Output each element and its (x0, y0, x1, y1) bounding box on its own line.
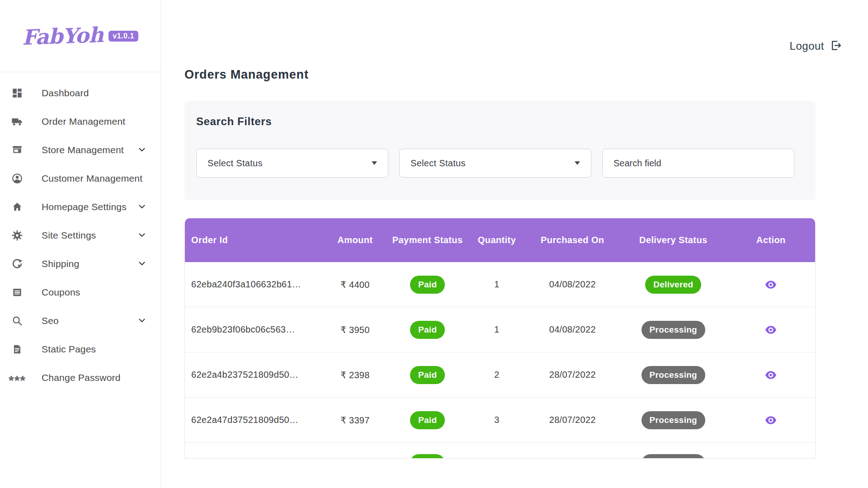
sidebar-item-site-settings[interactable]: Site Settings (0, 221, 160, 249)
refresh-icon (11, 258, 24, 270)
brand-header: FabYoh v1.0.1 (0, 0, 160, 72)
gear-icon (11, 229, 24, 242)
delivery-status-badge: Processing (642, 366, 705, 384)
home-icon (11, 201, 24, 213)
sidebar-item-label: Customer Management (42, 173, 142, 184)
app-window: FabYoh v1.0.1 Dashboard Order Management (0, 0, 868, 488)
logout-button[interactable]: Logout (790, 39, 842, 53)
chevron-down-icon (139, 205, 145, 209)
store-icon (11, 144, 24, 156)
sidebar-item-coupons[interactable]: Coupons (0, 278, 160, 306)
sidebar-item-change-password[interactable]: *** Change Password (0, 363, 160, 392)
chevron-down-icon (139, 233, 145, 237)
sidebar-item-static-pages[interactable]: Static Pages (0, 335, 160, 363)
sidebar-item-dashboard[interactable]: Dashboard (0, 79, 160, 107)
sidebar-item-homepage-settings[interactable]: Homepage Settings (0, 192, 160, 221)
purchased-on-cell: 28/07/2022 (525, 415, 620, 425)
sidebar-item-label: Dashboard (42, 88, 89, 99)
table-row-partial: PaidProcessing (185, 443, 815, 459)
payment-status-cell: Paid (387, 454, 468, 459)
topbar: Logout (161, 37, 842, 55)
quantity-cell: 1 (468, 324, 525, 335)
payment-status-cell: Paid (387, 366, 468, 384)
table-row: 62eba240f3a106632b61…₹ 4400Paid104/08/20… (185, 262, 815, 307)
amount-cell: ₹ 4400 (324, 279, 387, 290)
column-header-amount: Amount (324, 235, 387, 245)
table-header-row: Order Id Amount Payment Status Quantity … (185, 218, 815, 262)
sidebar-item-label: Static Pages (42, 344, 96, 355)
payment-status-cell: Paid (387, 321, 468, 339)
delivery-status-cell: Delivered (620, 276, 727, 294)
sidebar-item-customer-management[interactable]: Customer Management (0, 164, 160, 192)
main-content: Logout Orders Management Search Filters … (161, 0, 868, 488)
view-order-button[interactable] (764, 369, 778, 381)
delivery-status-badge: Delivered (645, 276, 701, 294)
delivery-status-cell: Processing (620, 366, 727, 384)
search-filters-card: Search Filters Select Status Select Stat… (184, 101, 816, 200)
delivery-status-cell: Processing (620, 411, 727, 429)
caret-down-icon (372, 161, 377, 165)
view-order-button[interactable] (764, 324, 778, 336)
action-cell (727, 414, 815, 427)
status-select-1[interactable]: Select Status (196, 149, 388, 178)
search-field-input[interactable] (602, 149, 794, 178)
orders-table: Order Id Amount Payment Status Quantity … (184, 218, 816, 459)
coupon-icon (11, 286, 24, 299)
table-body: 62eba240f3a106632b61…₹ 4400Paid104/08/20… (185, 262, 815, 459)
quantity-cell: 2 (468, 370, 525, 380)
table-row: 62eb9b23f06bc06c563…₹ 3950Paid104/08/202… (185, 307, 815, 352)
sidebar-item-shipping[interactable]: Shipping (0, 249, 160, 278)
order-id-cell: 62eba240f3a106632b61… (185, 279, 324, 290)
sidebar-item-label: Store Management (42, 145, 124, 155)
status-select-2-value: Select Status (410, 158, 466, 169)
purchased-on-cell: 28/07/2022 (525, 370, 620, 380)
logout-label: Logout (790, 40, 824, 52)
payment-status-badge: Paid (410, 321, 445, 339)
column-header-quantity: Quantity (468, 235, 525, 245)
column-header-delivery-status: Delivery Status (620, 235, 727, 245)
action-cell (727, 324, 815, 336)
table-row: 62e2a4b237521809d50…₹ 2398Paid228/07/202… (185, 352, 815, 398)
sidebar-item-seo[interactable]: Seo (0, 306, 160, 335)
amount-cell: ₹ 3950 (324, 324, 387, 335)
payment-status-cell: Paid (387, 411, 468, 429)
column-header-action: Action (727, 235, 815, 245)
delivery-status-badge: Processing (642, 454, 705, 459)
brand-logo: FabYoh (22, 22, 104, 49)
status-select-2[interactable]: Select Status (399, 149, 591, 178)
delivery-status-badge: Processing (642, 411, 705, 429)
sidebar-item-order-management[interactable]: Order Management (0, 107, 160, 136)
dashboard-icon (11, 87, 24, 99)
payment-status-badge: Paid (410, 366, 445, 384)
column-header-payment-status: Payment Status (387, 235, 468, 245)
purchased-on-cell: 04/08/2022 (525, 279, 620, 290)
payment-status-badge: Paid (410, 276, 445, 294)
quantity-cell: 1 (468, 279, 525, 290)
chevron-down-icon (139, 148, 145, 152)
delivery-status-cell: Processing (620, 454, 727, 459)
sidebar-item-label: Order Management (42, 116, 125, 127)
sidebar-item-label: Shipping (42, 258, 79, 269)
delivery-status-cell: Processing (620, 321, 727, 339)
purchased-on-cell: 04/08/2022 (525, 324, 620, 335)
chevron-down-icon (139, 319, 145, 323)
sidebar-item-store-management[interactable]: Store Management (0, 136, 160, 164)
column-header-purchased-on: Purchased On (525, 235, 620, 245)
sidebar-item-label: Homepage Settings (42, 202, 127, 212)
order-id-cell: 62e2a4b237521809d50… (185, 370, 324, 380)
view-order-button[interactable] (764, 278, 778, 291)
table-row: 62e2a47d37521809d50…₹ 3397Paid328/07/202… (185, 398, 815, 443)
caret-down-icon (575, 161, 580, 165)
chevron-down-icon (139, 262, 145, 266)
order-id-cell: 62eb9b23f06bc06c563… (185, 324, 324, 335)
sidebar-item-label: Seo (42, 315, 59, 326)
page-title: Orders Management (184, 67, 868, 82)
version-badge: v1.0.1 (108, 31, 138, 42)
sidebar-item-label: Change Password (42, 372, 121, 383)
sidebar: FabYoh v1.0.1 Dashboard Order Management (0, 0, 161, 488)
document-icon (11, 343, 24, 356)
payment-status-cell: Paid (387, 276, 468, 294)
view-order-button[interactable] (764, 414, 778, 427)
quantity-cell: 3 (468, 415, 525, 425)
sidebar-nav: Dashboard Order Management Store Managem… (0, 72, 160, 392)
